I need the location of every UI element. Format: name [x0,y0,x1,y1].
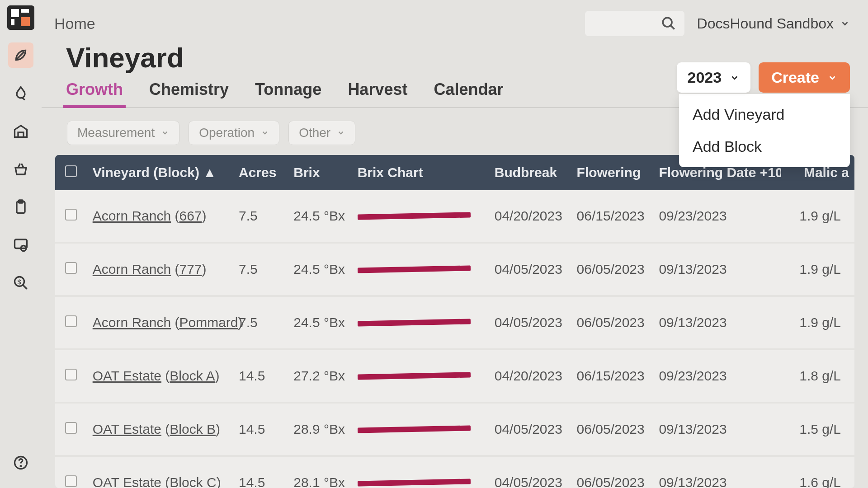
search-input[interactable] [585,11,684,36]
create-label: Create [771,69,819,86]
cell-brix: 28.9 °Bx [288,403,352,456]
tab-harvest[interactable]: Harvest [345,77,410,107]
tab-growth[interactable]: Growth [63,77,126,108]
cell-budbreak: 04/05/2023 [489,243,571,296]
create-button[interactable]: Create [759,62,850,93]
sidebar-item-clipboard[interactable] [8,194,33,220]
cell-budbreak: 04/20/2023 [489,349,571,403]
cell-brix-chart [352,456,489,488]
header-budbreak[interactable]: Budbreak [489,155,571,190]
chevron-down-icon [840,19,850,28]
cell-flowering: 06/05/2023 [571,403,654,456]
cell-flowering: 06/15/2023 [571,349,654,403]
sidebar-item-warehouse[interactable] [8,118,33,144]
tab-tonnage[interactable]: Tonnage [252,77,324,107]
page-controls: 2023 Create [677,62,850,93]
svg-point-11 [20,466,21,467]
row-checkbox[interactable] [55,296,87,349]
svg-rect-2 [11,19,14,25]
cell-vineyard-block[interactable]: Acorn Ranch (Pommard) [87,296,233,349]
main-content: Home DocsHound Sandbox Vineyard Growth C… [42,0,868,488]
cell-brix: 24.5 °Bx [288,243,352,296]
cell-fd100: 09/13/2023 [653,296,781,349]
cell-flowering: 06/05/2023 [571,296,654,349]
chevron-down-icon [261,129,269,137]
menu-add-vineyard[interactable]: Add Vineyard [679,99,850,131]
cell-brix: 28.1 °Bx [288,456,352,488]
filter-operation[interactable]: Operation [189,121,279,145]
sidebar-item-basket[interactable] [8,156,33,182]
cell-flowering: 06/05/2023 [571,243,654,296]
workspace-name: DocsHound Sandbox [697,15,834,32]
app-logo[interactable] [7,5,34,30]
svg-text:$: $ [18,278,22,286]
year-select[interactable]: 2023 [677,62,751,93]
money-search-icon: $ [13,275,29,291]
header-acres[interactable]: Acres [233,155,288,190]
menu-add-block[interactable]: Add Block [679,131,850,163]
svg-rect-1 [21,9,29,13]
droplet-icon [13,85,29,101]
row-checkbox[interactable] [55,349,87,403]
cell-flowering: 06/15/2023 [571,190,654,243]
logo-icon [10,8,32,27]
help-icon [13,455,29,471]
tab-calendar[interactable]: Calendar [431,77,506,107]
table-row: Acorn Ranch (777)7.524.5 °Bx04/05/202306… [55,243,854,296]
sidebar-item-vineyard[interactable] [8,42,33,68]
cell-malic: 1.6 g/L [781,456,854,488]
table-row: OAT Estate (Block A)14.527.2 °Bx04/20/20… [55,349,854,403]
header-select-all[interactable] [55,155,87,190]
topbar: Home DocsHound Sandbox [42,0,868,36]
cell-vineyard-block[interactable]: OAT Estate (Block C) [87,456,233,488]
cell-vineyard-block[interactable]: Acorn Ranch (777) [87,243,233,296]
cell-malic: 1.5 g/L [781,403,854,456]
cell-brix-chart [352,243,489,296]
cell-vineyard-block[interactable]: Acorn Ranch (667) [87,190,233,243]
filter-measurement[interactable]: Measurement [67,121,179,145]
chevron-down-icon [827,73,837,83]
data-table: Vineyard (Block)▲ Acres Brix Brix Chart … [55,155,854,488]
cell-budbreak: 04/05/2023 [489,456,571,488]
cell-acres: 14.5 [233,349,288,403]
cell-brix-chart [352,296,489,349]
cell-fd100: 09/23/2023 [653,349,781,403]
cell-vineyard-block[interactable]: OAT Estate (Block A) [87,349,233,403]
leaf-icon [13,47,29,63]
year-value: 2023 [688,69,722,86]
row-checkbox[interactable] [55,456,87,488]
create-menu: Add Vineyard Add Block [679,94,850,167]
row-checkbox[interactable] [55,403,87,456]
cell-brix: 24.5 °Bx [288,190,352,243]
filter-other[interactable]: Other [288,121,355,145]
workspace-switcher[interactable]: DocsHound Sandbox [697,15,850,32]
cell-vineyard-block[interactable]: OAT Estate (Block B) [87,403,233,456]
table-row: Acorn Ranch (Pommard)7.524.5 °Bx04/05/20… [55,296,854,349]
sidebar-item-help[interactable] [8,450,33,475]
header-brix-chart[interactable]: Brix Chart [352,155,489,190]
svg-rect-0 [11,9,19,17]
cell-fd100: 09/13/2023 [653,243,781,296]
sidebar-item-water[interactable] [8,80,33,106]
header-brix[interactable]: Brix [288,155,352,190]
tab-chemistry[interactable]: Chemistry [146,77,231,107]
basket-icon [13,161,29,177]
sidebar-item-cert[interactable] [8,232,33,258]
sidebar-item-money[interactable]: $ [8,270,33,296]
cell-brix-chart [352,403,489,456]
header-vineyard-block[interactable]: Vineyard (Block)▲ [87,155,233,190]
row-checkbox[interactable] [55,243,87,296]
cell-fd100: 09/13/2023 [653,403,781,456]
cell-fd100: 09/23/2023 [653,190,781,243]
cell-brix-chart [352,190,489,243]
cell-fd100: 09/13/2023 [653,456,781,488]
cell-malic: 1.8 g/L [781,349,854,403]
row-checkbox[interactable] [55,190,87,243]
breadcrumb[interactable]: Home [54,15,95,33]
cell-brix-chart [352,349,489,403]
cell-budbreak: 04/20/2023 [489,190,571,243]
header-flowering[interactable]: Flowering [571,155,654,190]
chevron-down-icon [730,73,740,83]
sort-asc-icon: ▲ [203,165,217,180]
cell-budbreak: 04/05/2023 [489,296,571,349]
